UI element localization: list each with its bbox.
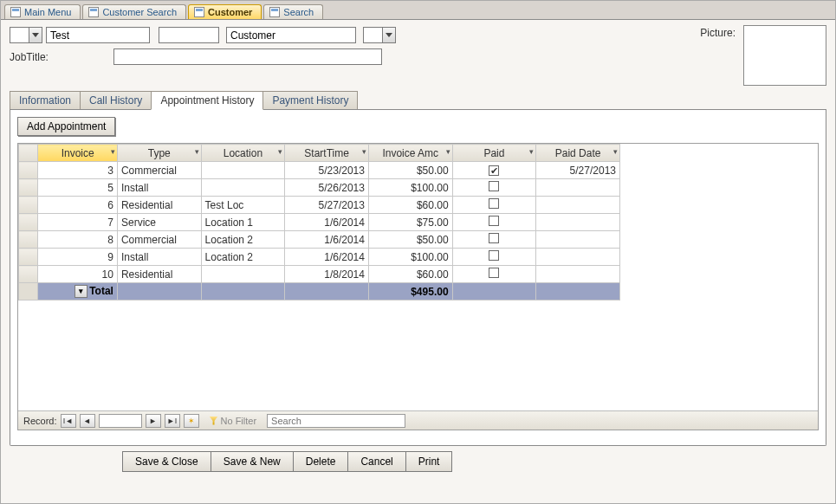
cell-type[interactable]: Service [117, 214, 201, 231]
suffix-combo[interactable] [363, 27, 396, 43]
cell-paid[interactable] [452, 179, 536, 197]
cell-starttime[interactable]: 1/6/2014 [285, 231, 369, 249]
cell-type[interactable]: Install [117, 249, 201, 266]
cell-paid[interactable] [452, 214, 536, 231]
cell-starttime[interactable]: 1/8/2014 [285, 266, 369, 283]
row-header[interactable] [19, 162, 38, 179]
checkbox-icon[interactable]: ✔ [489, 165, 499, 176]
select-all-header[interactable] [19, 145, 38, 162]
column-header[interactable]: Type▾ [117, 145, 201, 162]
no-filter-indicator[interactable]: No Filter [210, 416, 257, 426]
cell-paid-date[interactable] [536, 197, 620, 214]
cell-amount[interactable]: $60.00 [368, 197, 452, 214]
cell-location[interactable]: Location 2 [201, 231, 285, 249]
cell-starttime[interactable]: 5/23/2013 [285, 162, 369, 179]
column-header[interactable]: StartTime▾ [285, 145, 369, 162]
cell-paid[interactable] [452, 266, 536, 283]
cell-invoice[interactable]: 10 [38, 266, 118, 283]
table-row[interactable]: 8CommercialLocation 21/6/2014$50.00 [19, 231, 620, 249]
cell-location[interactable]: Test Loc [201, 197, 285, 214]
doc-tab[interactable]: Customer Search [82, 4, 186, 19]
checkbox-icon[interactable] [489, 268, 499, 278]
checkbox-icon[interactable] [489, 198, 499, 209]
cancel-button[interactable]: Cancel [347, 451, 405, 472]
table-row[interactable]: 10Residential1/8/2014$60.00 [19, 266, 620, 283]
cell-amount[interactable]: $75.00 [368, 214, 452, 231]
checkbox-icon[interactable] [489, 233, 499, 243]
column-header[interactable]: Location▾ [201, 145, 285, 162]
delete-button[interactable]: Delete [293, 451, 348, 472]
nav-record-box[interactable] [99, 414, 142, 428]
column-header[interactable]: Paid▾ [452, 145, 536, 162]
cell-location[interactable]: Location 2 [201, 249, 285, 266]
cell-type[interactable]: Commercial [117, 231, 201, 249]
subtab[interactable]: Call History [80, 91, 152, 109]
subtab[interactable]: Payment History [262, 91, 358, 109]
row-header[interactable] [19, 179, 38, 197]
row-header[interactable] [19, 266, 38, 283]
column-header[interactable]: Invoice▾ [38, 145, 118, 162]
cell-invoice[interactable]: 3 [38, 162, 118, 179]
nav-next-button[interactable]: ► [146, 414, 161, 428]
cell-starttime[interactable]: 1/6/2014 [285, 249, 369, 266]
subtab[interactable]: Information [10, 91, 81, 109]
cell-amount[interactable]: $100.00 [368, 179, 452, 197]
nav-last-button[interactable]: ►I [165, 414, 180, 428]
title-combo[interactable] [10, 27, 42, 43]
doc-tab[interactable]: Customer [188, 4, 262, 19]
cell-invoice[interactable]: 8 [38, 231, 118, 249]
cell-starttime[interactable]: 5/27/2013 [285, 197, 369, 214]
cell-paid[interactable]: ✔ [452, 162, 536, 179]
cell-invoice[interactable]: 5 [38, 179, 118, 197]
cell-paid-date[interactable]: 5/27/2013 [536, 162, 620, 179]
cell-location[interactable] [201, 179, 285, 197]
cell-paid-date[interactable] [536, 266, 620, 283]
cell-location[interactable] [201, 266, 285, 283]
cell-location[interactable]: Location 1 [201, 214, 285, 231]
checkbox-icon[interactable] [489, 250, 499, 261]
cell-amount[interactable]: $50.00 [368, 162, 452, 179]
table-row[interactable]: 9InstallLocation 21/6/2014$100.00 [19, 249, 620, 266]
cell-type[interactable]: Install [117, 179, 201, 197]
checkbox-icon[interactable] [489, 181, 499, 191]
cell-paid-date[interactable] [536, 231, 620, 249]
cell-type[interactable]: Residential [117, 266, 201, 283]
cell-amount[interactable]: $60.00 [368, 266, 452, 283]
checkbox-icon[interactable] [489, 216, 499, 226]
cell-invoice[interactable]: 7 [38, 214, 118, 231]
row-header[interactable] [19, 231, 38, 249]
cell-invoice[interactable]: 6 [38, 197, 118, 214]
cell-invoice[interactable]: 9 [38, 249, 118, 266]
cell-starttime[interactable]: 5/26/2013 [285, 179, 369, 197]
cell-paid[interactable] [452, 197, 536, 214]
column-header[interactable]: Invoice Amc▾ [368, 145, 452, 162]
save-close-button[interactable]: Save & Close [122, 451, 211, 472]
cell-amount[interactable]: $100.00 [368, 249, 452, 266]
cell-paid-date[interactable] [536, 214, 620, 231]
row-header[interactable] [19, 197, 38, 214]
column-header[interactable]: Paid Date▾ [536, 145, 620, 162]
cell-paid-date[interactable] [536, 179, 620, 197]
cell-type[interactable]: Residential [117, 197, 201, 214]
row-header[interactable] [19, 214, 38, 231]
add-appointment-button[interactable]: Add Appointment [17, 117, 115, 136]
last-name-field[interactable] [226, 27, 356, 43]
subtab[interactable]: Appointment History [151, 91, 263, 110]
middle-name-field[interactable] [159, 27, 219, 43]
doc-tab[interactable]: Search [263, 4, 323, 19]
row-header[interactable] [19, 249, 38, 266]
first-name-field[interactable] [46, 27, 150, 43]
save-new-button[interactable]: Save & New [211, 451, 293, 472]
doc-tab[interactable]: Main Menu [4, 4, 81, 19]
jobtitle-field[interactable] [113, 48, 382, 65]
cell-amount[interactable]: $50.00 [368, 231, 452, 249]
cell-type[interactable]: Commercial [117, 162, 201, 179]
cell-starttime[interactable]: 1/6/2014 [285, 214, 369, 231]
print-button[interactable]: Print [405, 451, 453, 472]
table-row[interactable]: 3Commercial5/23/2013$50.00✔5/27/2013 [19, 162, 620, 179]
table-row[interactable]: 6ResidentialTest Loc5/27/2013$60.00 [19, 197, 620, 214]
table-row[interactable]: 5Install5/26/2013$100.00 [19, 179, 620, 197]
nav-new-button[interactable]: ✶ [184, 414, 199, 428]
cell-paid[interactable] [452, 249, 536, 266]
nav-prev-button[interactable]: ◄ [80, 414, 95, 428]
